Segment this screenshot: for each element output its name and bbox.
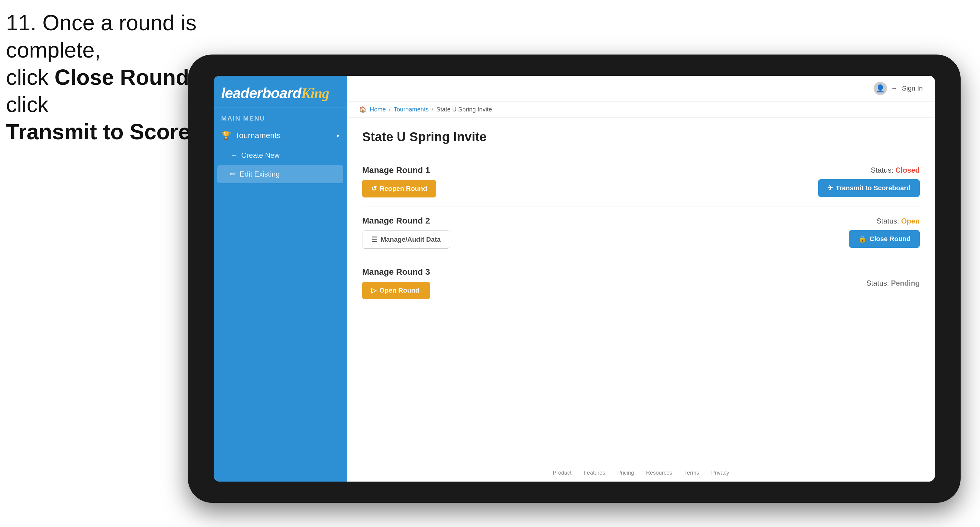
page-title: State U Spring Invite (362, 130, 920, 144)
tablet-screen: leaderboardKing MAIN MENU 🏆 Tournaments … (214, 76, 935, 482)
footer-features[interactable]: Features (584, 470, 605, 476)
content-area: State U Spring Invite Manage Round 1 ↺ R… (347, 117, 935, 464)
open-round-button[interactable]: ▷ Open Round (362, 282, 430, 299)
round-1-card: Manage Round 1 ↺ Reopen Round Status: Cl… (362, 156, 920, 207)
instruction-line2: click (6, 65, 54, 89)
create-new-label: Create New (241, 151, 280, 160)
round-3-title: Manage Round 3 (362, 267, 430, 277)
instruction-bold1: Close Round (54, 65, 189, 89)
top-nav: 👤 → Sign In (347, 76, 935, 102)
round-1-status: Status: Closed (871, 166, 920, 175)
chevron-down-icon: ▾ (336, 132, 339, 139)
sign-in-text: Sign In (902, 84, 923, 92)
round-3-status: Status: Pending (866, 279, 920, 287)
round-3-left: Manage Round 3 ▷ Open Round (362, 267, 430, 299)
breadcrumb-current: State U Spring Invite (436, 106, 492, 113)
edit-existing-label: Edit Existing (240, 170, 280, 178)
manage-label: Manage/Audit Data (380, 236, 441, 243)
sidebar-item-left: 🏆 Tournaments (221, 131, 281, 140)
trophy-icon: 🏆 (221, 131, 231, 140)
open-icon: ▷ (371, 287, 376, 294)
avatar-icon: 👤 (873, 82, 887, 95)
reopen-round-button[interactable]: ↺ Reopen Round (362, 180, 436, 197)
round-2-status: Status: Open (877, 217, 920, 225)
sidebar-item-create-new[interactable]: ＋ Create New (214, 146, 347, 165)
reopen-label: Reopen Round (380, 185, 427, 193)
round-1-right: Status: Closed ✈ Transmit to Scoreboard (818, 166, 920, 197)
close-round-button[interactable]: 🔒 Close Round (849, 230, 920, 248)
manage-audit-button[interactable]: ☰ Manage/Audit Data (362, 230, 450, 249)
tournaments-label: Tournaments (235, 131, 281, 140)
manage-icon: ☰ (372, 236, 377, 243)
sidebar-item-tournaments[interactable]: 🏆 Tournaments ▾ (214, 125, 347, 146)
edit-icon: ✏ (230, 170, 236, 178)
main-menu-label: MAIN MENU (214, 108, 347, 125)
close-round-label: Close Round (869, 235, 911, 243)
round-2-status-value: Open (901, 217, 920, 225)
transmit-scoreboard-button[interactable]: ✈ Transmit to Scoreboard (818, 179, 920, 197)
round-1-status-value: Closed (896, 166, 920, 174)
round-2-card: Manage Round 2 ☰ Manage/Audit Data Statu… (362, 207, 920, 258)
breadcrumb-home[interactable]: Home (370, 106, 386, 113)
breadcrumb: 🏠 Home / Tournaments / State U Spring In… (347, 102, 935, 117)
round-3-status-value: Pending (891, 279, 920, 287)
sidebar: leaderboardKing MAIN MENU 🏆 Tournaments … (214, 76, 347, 482)
footer-terms[interactable]: Terms (684, 470, 699, 476)
plus-icon: ＋ (230, 151, 237, 160)
logo-king: King (301, 85, 329, 101)
round-3-right: Status: Pending (866, 279, 920, 287)
sidebar-item-edit-existing[interactable]: ✏ Edit Existing (217, 165, 343, 183)
home-icon: 🏠 (359, 106, 367, 113)
open-round-label: Open Round (379, 287, 419, 294)
reopen-icon: ↺ (371, 185, 377, 193)
breadcrumb-tournaments[interactable]: Tournaments (394, 106, 429, 113)
instruction-line1: 11. Once a round is complete, (6, 11, 196, 62)
logo: leaderboardKing (221, 85, 339, 102)
transmit-label: Transmit to Scoreboard (836, 184, 911, 192)
sign-in-label: → (891, 84, 898, 92)
footer-privacy[interactable]: Privacy (711, 470, 729, 476)
logo-leaderboard: leaderboard (221, 85, 301, 101)
main-content: 👤 → Sign In 🏠 Home / Tournaments / State… (347, 76, 935, 482)
breadcrumb-sep2: / (432, 106, 434, 113)
footer-pricing[interactable]: Pricing (617, 470, 634, 476)
round-1-title: Manage Round 1 (362, 165, 436, 175)
transmit-icon: ✈ (827, 184, 833, 192)
footer-product[interactable]: Product (553, 470, 571, 476)
round-2-right: Status: Open 🔒 Close Round (849, 217, 920, 248)
tablet-device: leaderboardKing MAIN MENU 🏆 Tournaments … (188, 54, 961, 503)
footer: Product Features Pricing Resources Terms… (347, 464, 935, 482)
round-1-left: Manage Round 1 ↺ Reopen Round (362, 165, 436, 197)
lock-icon: 🔒 (858, 235, 866, 243)
sign-in-area[interactable]: 👤 → Sign In (873, 82, 923, 95)
round-3-card: Manage Round 3 ▷ Open Round Status: Pend… (362, 258, 920, 308)
sidebar-logo: leaderboardKing (214, 76, 347, 108)
app-container: leaderboardKing MAIN MENU 🏆 Tournaments … (214, 76, 935, 482)
round-2-left: Manage Round 2 ☰ Manage/Audit Data (362, 216, 450, 249)
footer-resources[interactable]: Resources (646, 470, 672, 476)
breadcrumb-sep1: / (389, 106, 391, 113)
round-2-title: Manage Round 2 (362, 216, 450, 225)
